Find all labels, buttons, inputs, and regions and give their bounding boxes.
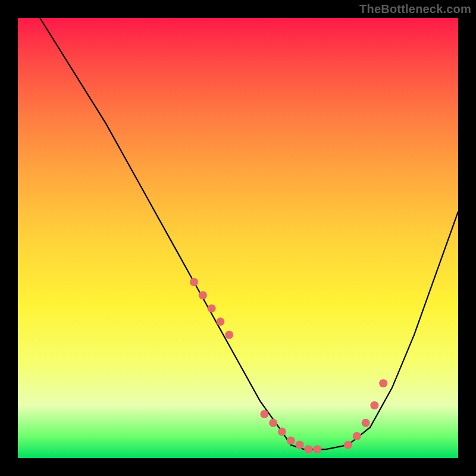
marker-dot — [216, 318, 224, 326]
marker-dot — [199, 291, 207, 299]
marker-dot — [353, 432, 361, 440]
marker-dot — [287, 436, 295, 444]
marker-dot — [344, 441, 352, 449]
marker-group — [190, 278, 387, 453]
marker-dot — [304, 445, 312, 453]
plot-area — [18, 18, 458, 458]
marker-dot — [370, 401, 378, 409]
marker-dot — [362, 419, 370, 427]
marker-dot — [208, 304, 216, 312]
chart-svg — [18, 18, 458, 458]
marker-dot — [190, 278, 198, 286]
chart-frame: TheBottleneck.com — [0, 0, 476, 476]
watermark-text: TheBottleneck.com — [359, 2, 471, 16]
marker-dot — [269, 419, 277, 427]
curve-line — [40, 18, 458, 449]
marker-dot — [296, 441, 304, 449]
marker-dot — [278, 428, 286, 436]
marker-dot — [379, 379, 387, 387]
marker-dot — [260, 410, 268, 418]
marker-dot — [313, 445, 321, 453]
marker-dot — [225, 331, 233, 339]
